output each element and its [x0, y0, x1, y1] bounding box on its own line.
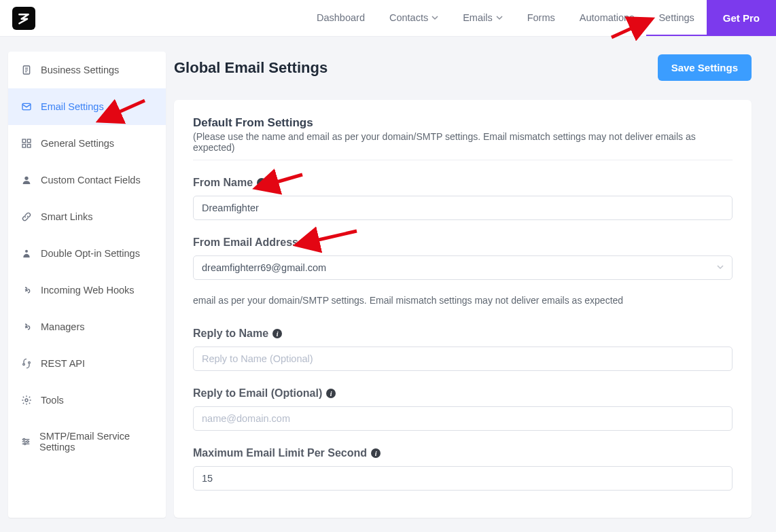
get-pro-button[interactable]: Get Pro	[707, 0, 776, 36]
svg-point-18	[27, 441, 29, 443]
sidebar-item-managers[interactable]: Managers	[8, 308, 166, 345]
nav-label: Dashboard	[317, 12, 365, 23]
reply-name-input[interactable]	[193, 347, 733, 371]
from-email-label-row: From Email Address i	[193, 236, 733, 249]
nav-emails[interactable]: Emails	[451, 0, 515, 36]
chevron-down-icon	[431, 12, 438, 23]
from-name-label-row: From Name i	[193, 177, 733, 189]
info-icon[interactable]: i	[302, 238, 312, 247]
info-icon[interactable]: i	[272, 329, 282, 338]
from-email-select[interactable]: dreamfighterr69@gmail.com	[193, 255, 733, 280]
from-email-label: From Email Address	[193, 236, 298, 249]
info-icon[interactable]: i	[257, 178, 266, 188]
get-pro-label: Get Pro	[723, 12, 760, 24]
svg-point-19	[24, 443, 26, 445]
sidebar-item-business-settings[interactable]: Business Settings	[8, 52, 166, 88]
reply-name-label-row: Reply to Name i	[193, 327, 733, 340]
api-icon	[20, 357, 33, 370]
save-settings-button[interactable]: Save Settings	[658, 54, 752, 81]
nav-contacts[interactable]: Contacts	[377, 0, 451, 36]
nav-forms[interactable]: Forms	[515, 0, 567, 36]
sidebar-item-custom-contact-fields[interactable]: Custom Contact Fields	[8, 162, 166, 198]
main-layout: Business Settings Email Settings General…	[0, 37, 776, 518]
settings-card: Default From Settings (Please use the na…	[174, 100, 752, 518]
sidebar-item-label: Incoming Web Hooks	[41, 285, 135, 296]
sidebar-item-label: Custom Contact Fields	[41, 175, 141, 185]
content-header: Global Email Settings Save Settings	[174, 52, 752, 81]
svg-point-10	[25, 250, 28, 253]
nav-label: Emails	[463, 12, 493, 23]
field-from-name: From Name i	[193, 177, 733, 220]
mail-icon	[20, 101, 33, 113]
grid-icon	[20, 137, 33, 149]
sidebar-item-label: SMTP/Email Service Settings	[39, 431, 154, 453]
nav-label: Forms	[527, 12, 555, 23]
max-limit-input[interactable]	[193, 466, 733, 491]
nav-dashboard[interactable]: Dashboard	[304, 0, 377, 36]
sidebar-item-rest-api[interactable]: REST API	[8, 345, 166, 382]
field-reply-name: Reply to Name i	[193, 327, 733, 371]
info-icon[interactable]: i	[371, 448, 381, 458]
sidebar-item-label: Managers	[41, 321, 84, 332]
svg-point-9	[24, 177, 28, 180]
info-icon[interactable]: i	[326, 389, 336, 398]
chevron-down-icon	[717, 263, 724, 272]
sidebar-item-double-optin[interactable]: Double Opt-in Settings	[8, 235, 166, 272]
reply-email-label: Reply to Email (Optional)	[193, 387, 322, 400]
document-icon	[20, 64, 33, 76]
nav-label: Settings	[658, 12, 694, 23]
max-limit-label-row: Maximum Email Limit Per Second i	[193, 447, 733, 459]
sidebar-item-incoming-webhooks[interactable]: Incoming Web Hooks	[8, 272, 166, 308]
section-title: Default From Settings	[193, 116, 733, 130]
sidebar-item-label: General Settings	[41, 138, 114, 149]
svg-rect-5	[22, 139, 26, 143]
sidebar-item-label: Smart Links	[41, 211, 93, 222]
sidebar-item-tools[interactable]: Tools	[8, 382, 166, 419]
app-logo	[12, 7, 35, 30]
svg-point-17	[23, 438, 25, 440]
svg-point-11	[23, 363, 25, 366]
section-subtitle: (Please use the name and email as per yo…	[193, 131, 733, 160]
sidebar-item-label: REST API	[41, 358, 85, 369]
smtp-icon	[20, 436, 31, 448]
person-icon	[20, 247, 33, 260]
settings-sidebar: Business Settings Email Settings General…	[8, 52, 166, 518]
sidebar-item-label: Email Settings	[41, 101, 104, 112]
webhook-icon	[20, 284, 33, 296]
user-icon	[20, 174, 33, 186]
field-reply-email: Reply to Email (Optional) i	[193, 387, 733, 431]
svg-rect-8	[27, 144, 31, 147]
reply-email-label-row: Reply to Email (Optional) i	[193, 387, 733, 400]
sidebar-item-general-settings[interactable]: General Settings	[8, 125, 166, 162]
svg-rect-7	[22, 144, 26, 147]
nav-label: Automations	[580, 12, 635, 23]
sidebar-item-email-settings[interactable]: Email Settings	[8, 88, 166, 125]
chevron-down-icon	[496, 12, 503, 23]
sidebar-item-smtp-settings[interactable]: SMTP/Email Service Settings	[8, 419, 166, 465]
nav-automations[interactable]: Automations	[567, 0, 647, 36]
link-icon	[20, 211, 33, 223]
max-limit-label: Maximum Email Limit Per Second	[193, 447, 367, 459]
managers-icon	[20, 321, 33, 333]
sidebar-item-smart-links[interactable]: Smart Links	[8, 198, 166, 235]
top-nav: Dashboard Contacts Emails Forms Automati…	[0, 0, 776, 37]
field-from-email: From Email Address i dreamfighterr69@gma…	[193, 236, 733, 280]
svg-point-12	[29, 361, 31, 363]
svg-point-13	[25, 399, 28, 402]
reply-email-input[interactable]	[193, 406, 733, 431]
helper-text: email as per your domain/SMTP settings. …	[193, 295, 733, 306]
from-email-value: dreamfighterr69@gmail.com	[202, 262, 326, 273]
from-name-input[interactable]	[193, 196, 733, 220]
nav-label: Contacts	[389, 12, 428, 23]
from-name-label: From Name	[193, 177, 253, 189]
save-button-label: Save Settings	[671, 62, 738, 73]
reply-name-label: Reply to Name	[193, 327, 268, 340]
sidebar-item-label: Double Opt-in Settings	[41, 248, 140, 259]
svg-rect-6	[27, 139, 31, 143]
sidebar-item-label: Tools	[41, 395, 64, 406]
nav-settings[interactable]: Settings	[646, 0, 706, 36]
top-nav-menu: Dashboard Contacts Emails Forms Automati…	[304, 0, 776, 36]
gear-icon	[20, 394, 33, 406]
field-max-limit: Maximum Email Limit Per Second i	[193, 447, 733, 491]
sidebar-item-label: Business Settings	[41, 65, 119, 75]
